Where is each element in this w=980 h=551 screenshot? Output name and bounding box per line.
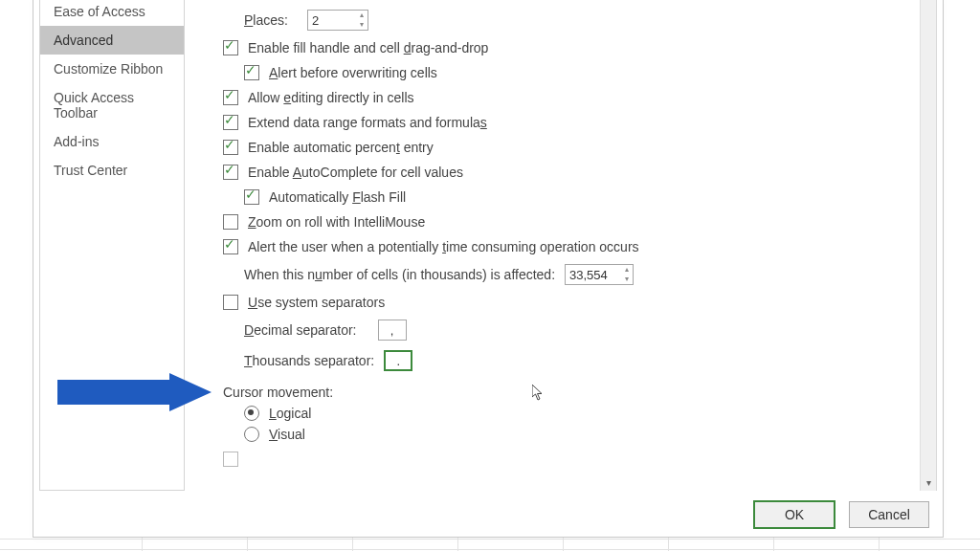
opt-alert-overwrite: Alert before overwriting cells: [223, 60, 918, 85]
checkbox-zoom-intellimouse[interactable]: [223, 214, 238, 230]
opt-allow-editing: Allow editing directly in cells: [223, 85, 918, 110]
opt-fill-handle: Enable fill handle and cell drag-and-dro…: [223, 35, 918, 60]
label-cells-affected: When this number of cells (in thousands)…: [244, 267, 555, 282]
mnemonic-p: P: [244, 12, 253, 28]
options-content: Places: ▴ ▾ Enable fill handle and cell …: [194, 0, 918, 491]
thousands-sep-row: Thousands separator:: [223, 345, 918, 376]
sidebar-item-quick-access-toolbar[interactable]: Quick Access Toolbar: [40, 83, 184, 127]
spinner-down-icon[interactable]: ▾: [358, 22, 366, 28]
spinner-down-icon[interactable]: ▾: [623, 276, 631, 282]
checkbox-use-system-sep[interactable]: [223, 295, 238, 310]
places-label: Places:: [244, 12, 288, 28]
checkbox-extend-formats[interactable]: [223, 115, 238, 130]
label-zoom-intellimouse: Zoom on roll with IntelliMouse: [248, 214, 425, 230]
opt-flash-fill: Automatically Flash Fill: [223, 185, 918, 209]
label-flash-fill: Automatically Flash Fill: [269, 189, 406, 205]
label-use-system-sep: Use system separators: [248, 295, 385, 310]
content-wrap: Places: ▴ ▾ Enable fill handle and cell …: [194, 0, 937, 491]
label-decimal-sep: Decimal separator:: [244, 322, 357, 338]
checkbox-allow-editing[interactable]: [223, 90, 238, 105]
label-visual: Visual: [269, 427, 305, 442]
checkbox-partial-next[interactable]: [223, 452, 238, 467]
cells-affected-spinner[interactable]: ▴ ▾: [565, 264, 634, 285]
cells-affected-row: When this number of cells (in thousands)…: [223, 259, 918, 290]
label-auto-percent: Enable automatic percent entry: [248, 140, 434, 155]
label-extend-formats: Extend data range formats and formulas: [248, 115, 487, 130]
sidebar: Ease of Access Advanced Customize Ribbon…: [39, 0, 185, 491]
label-thousands-sep: Thousands separator:: [244, 353, 374, 368]
label-fill-handle: Enable fill handle and cell drag-and-dro…: [248, 40, 488, 55]
label-alert-timeconsuming: Alert the user when a potentially time c…: [248, 239, 639, 254]
checkbox-fill-handle[interactable]: [223, 40, 238, 55]
decimal-sep-row: Decimal separator:: [223, 315, 918, 345]
checkbox-alert-timeconsuming[interactable]: [223, 239, 238, 254]
vertical-scrollbar[interactable]: ▾: [920, 0, 937, 491]
checkbox-auto-percent[interactable]: [223, 140, 238, 155]
sidebar-item-trust-center[interactable]: Trust Center: [40, 156, 184, 185]
ok-button[interactable]: OK: [753, 500, 835, 529]
radio-visual[interactable]: [244, 427, 259, 442]
scroll-down-icon[interactable]: ▾: [921, 474, 936, 491]
dialog-footer: OK Cancel: [33, 493, 943, 537]
radio-visual-row: Visual: [223, 424, 918, 447]
opt-auto-percent: Enable automatic percent entry: [223, 135, 918, 160]
opt-extend-formats: Extend data range formats and formulas: [223, 110, 918, 135]
opt-partial-next: [223, 447, 918, 472]
radio-logical[interactable]: [244, 406, 259, 421]
places-spinner[interactable]: ▴ ▾: [307, 10, 368, 31]
options-dialog: Ease of Access Advanced Customize Ribbon…: [33, 0, 944, 538]
cancel-button[interactable]: Cancel: [849, 501, 929, 528]
sidebar-item-customize-ribbon[interactable]: Customize Ribbon: [40, 55, 184, 83]
radio-logical-row: Logical: [223, 405, 918, 424]
checkbox-flash-fill[interactable]: [244, 189, 259, 205]
label-autocomplete: Enable AutoComplete for cell values: [248, 165, 463, 180]
label-allow-editing: Allow editing directly in cells: [248, 90, 414, 105]
opt-use-system-sep: Use system separators: [223, 290, 918, 315]
label-cursor-movement: Cursor movement:: [223, 385, 333, 400]
spinner-up-icon[interactable]: ▴: [358, 12, 366, 18]
opt-autocomplete: Enable AutoComplete for cell values: [223, 160, 918, 185]
spinner-up-icon[interactable]: ▴: [623, 267, 631, 273]
opt-alert-timeconsuming: Alert the user when a potentially time c…: [223, 234, 918, 259]
sidebar-item-ease-of-access[interactable]: Ease of Access: [40, 0, 184, 26]
thousands-sep-input[interactable]: [384, 350, 412, 371]
label-logical: Logical: [269, 406, 311, 421]
checkbox-autocomplete[interactable]: [223, 165, 238, 180]
opt-zoom-intellimouse: Zoom on roll with IntelliMouse: [223, 209, 918, 234]
checkbox-alert-overwrite[interactable]: [244, 65, 259, 80]
label-alert-overwrite: Alert before overwriting cells: [269, 65, 437, 80]
sidebar-item-advanced[interactable]: Advanced: [40, 26, 184, 55]
cursor-movement-heading: Cursor movement:: [223, 380, 918, 405]
decimal-sep-input[interactable]: [378, 320, 407, 341]
places-row: Places: ▴ ▾: [223, 5, 918, 35]
sidebar-item-add-ins[interactable]: Add-ins: [40, 127, 184, 156]
